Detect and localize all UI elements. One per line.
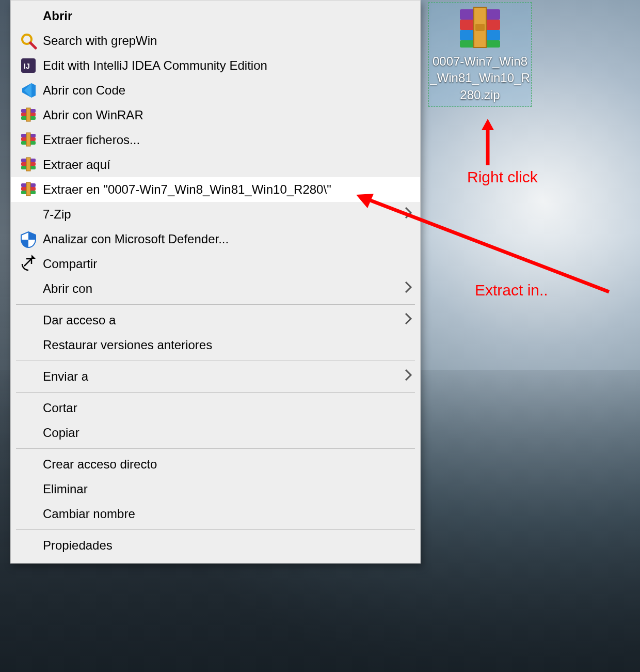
menu-item-7zip[interactable]: 7-Zip: [11, 202, 420, 227]
blank-icon: [16, 479, 41, 499]
winrar-archive-icon: [455, 5, 505, 51]
winrar-icon: [16, 179, 41, 200]
menu-item-giveaccess[interactable]: Dar acceso a: [11, 308, 420, 333]
chevron-right-icon: [404, 311, 413, 329]
menu-item-defender[interactable]: Analizar con Microsoft Defender...: [11, 227, 420, 252]
menu-item-label: Search with grepWin: [43, 34, 413, 48]
blank-icon: [16, 535, 41, 556]
menu-item-label: Extraer en "0007-Win7_Win8_Win81_Win10_R…: [43, 182, 413, 197]
intellij-icon: [16, 55, 41, 76]
menu-item-copy[interactable]: Copiar: [11, 420, 420, 445]
menu-item-label: Abrir con: [43, 282, 399, 296]
menu-separator: [16, 304, 415, 305]
menu-item-label: Extraer aquí: [43, 158, 413, 172]
menu-item-label: Abrir con WinRAR: [43, 108, 413, 122]
menu-item-label: Eliminar: [43, 482, 413, 496]
menu-item-share[interactable]: Compartir: [11, 252, 420, 276]
menu-item-cut[interactable]: Cortar: [11, 396, 420, 420]
menu-item-label: Cortar: [43, 401, 413, 415]
menu-item-winrar-here[interactable]: Extraer aquí: [11, 152, 420, 177]
blank-icon: [16, 423, 41, 443]
menu-item-restore[interactable]: Restaurar versiones anteriores: [11, 333, 420, 357]
menu-item-rename[interactable]: Cambiar nombre: [11, 502, 420, 526]
menu-item-openwith[interactable]: Abrir con: [11, 276, 420, 301]
menu-item-grepwin[interactable]: Search with grepWin: [11, 28, 420, 53]
blank-icon: [16, 204, 41, 225]
vscode-icon: [16, 80, 41, 101]
menu-item-winrar-extract[interactable]: Extraer ficheros...: [11, 128, 420, 152]
desktop-file-icon[interactable]: 0007-Win7_Win8_Win81_Win10_R280.zip: [428, 2, 532, 107]
share-icon: [16, 254, 41, 274]
menu-item-label: Compartir: [43, 257, 413, 271]
menu-item-label: Abrir con Code: [43, 83, 413, 98]
search-icon: [16, 30, 41, 51]
blank-icon: [16, 366, 41, 387]
menu-item-intellij[interactable]: Edit with IntelliJ IDEA Community Editio…: [11, 53, 420, 78]
blank-icon: [16, 335, 41, 355]
winrar-icon: [16, 130, 41, 150]
menu-separator: [16, 392, 415, 393]
menu-item-label: Propiedades: [43, 538, 413, 553]
blank-icon: [16, 278, 41, 299]
menu-item-label: 7-Zip: [43, 207, 399, 222]
menu-item-open[interactable]: Abrir: [11, 4, 420, 28]
chevron-right-icon: [404, 280, 413, 298]
menu-item-label: Cambiar nombre: [43, 507, 413, 521]
context-menu: AbrirSearch with grepWinEdit with Intell…: [10, 0, 421, 564]
menu-item-label: Crear acceso directo: [43, 457, 413, 472]
desktop-file-label: 0007-Win7_Win8_Win81_Win10_R280.zip: [430, 53, 530, 103]
chevron-right-icon: [404, 206, 413, 223]
menu-item-label: Dar acceso a: [43, 313, 399, 327]
menu-item-label: Copiar: [43, 426, 413, 440]
menu-item-vscode[interactable]: Abrir con Code: [11, 78, 420, 103]
svg-rect-5: [475, 24, 485, 31]
blank-icon: [16, 398, 41, 418]
shield-icon: [16, 229, 41, 249]
winrar-icon: [16, 154, 41, 175]
menu-item-label: Edit with IntelliJ IDEA Community Editio…: [43, 58, 413, 73]
menu-item-winrar-open[interactable]: Abrir con WinRAR: [11, 103, 420, 128]
menu-item-label: Restaurar versiones anteriores: [43, 338, 413, 352]
chevron-right-icon: [404, 368, 413, 385]
menu-separator: [16, 448, 415, 449]
menu-separator: [16, 361, 415, 361]
menu-item-label: Abrir: [43, 9, 413, 23]
menu-item-label: Analizar con Microsoft Defender...: [43, 232, 413, 246]
menu-item-label: Extraer ficheros...: [43, 133, 413, 147]
menu-item-properties[interactable]: Propiedades: [11, 533, 420, 558]
menu-item-label: Enviar a: [43, 369, 399, 384]
blank-icon: [16, 454, 41, 475]
menu-separator: [16, 529, 415, 530]
menu-item-shortcut[interactable]: Crear acceso directo: [11, 452, 420, 477]
menu-item-delete[interactable]: Eliminar: [11, 477, 420, 502]
winrar-icon: [16, 105, 41, 126]
blank-icon: [16, 310, 41, 331]
menu-item-sendto[interactable]: Enviar a: [11, 364, 420, 389]
blank-icon: [16, 504, 41, 524]
blank-icon: [16, 6, 41, 26]
menu-item-winrar-to[interactable]: Extraer en "0007-Win7_Win8_Win81_Win10_R…: [11, 177, 420, 202]
